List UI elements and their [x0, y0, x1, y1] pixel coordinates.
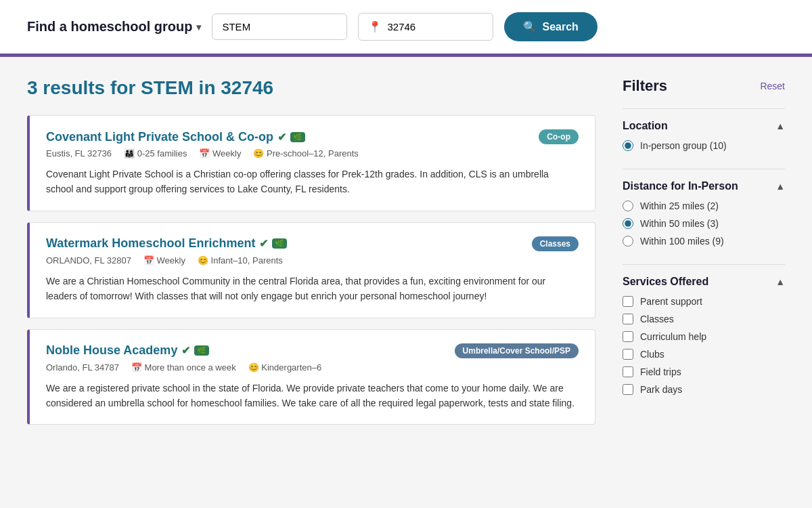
filter-chevron-icon: ▲	[775, 181, 785, 192]
card-meta: ORLANDO, FL 32807 📅 Weekly 😊 Infant–10, …	[46, 255, 579, 266]
filter-option-1-2[interactable]: Within 100 miles (9)	[623, 236, 785, 247]
verified-icon: ✔	[277, 131, 286, 144]
filter-groups: Location ▲ In-person group (10) Distance…	[623, 108, 785, 412]
filter-label-0-0: In-person group (10)	[640, 140, 727, 151]
filter-group-header-2[interactable]: Services Offered ▲	[623, 276, 785, 288]
search-button[interactable]: 🔍 Search	[504, 12, 597, 41]
families-meta: 👨‍👩‍👧 0-25 families	[124, 148, 187, 158]
filter-group-header-0[interactable]: Location ▲	[623, 120, 785, 132]
location-input[interactable]	[387, 21, 483, 33]
filter-label-2-1: Classes	[640, 314, 674, 324]
filter-option-2-1[interactable]: Classes	[623, 314, 785, 324]
green-leaf-icon: 🌿	[290, 132, 305, 142]
type-badge: Classes	[532, 236, 579, 251]
filter-label-1-2: Within 100 miles (9)	[640, 236, 724, 247]
filter-input-2-0[interactable]	[623, 296, 633, 307]
filter-input-2-3[interactable]	[623, 349, 633, 360]
location-meta: Eustis, FL 32736	[46, 148, 112, 158]
filter-group-2: Services Offered ▲ Parent supportClasses…	[623, 264, 785, 412]
verified-icon: ✔	[181, 344, 190, 357]
filter-label-2-2: Curriculum help	[640, 331, 706, 342]
filter-input-2-5[interactable]	[623, 384, 633, 395]
filter-input-2-2[interactable]	[623, 331, 633, 342]
ages-meta: 😊 Pre-school–12, Parents	[253, 148, 358, 158]
result-card[interactable]: Noble House Academy ✔ 🌿 Umbrella/Cover S…	[27, 329, 595, 425]
search-icon: 🔍	[523, 20, 537, 33]
filter-label-2-3: Clubs	[640, 349, 664, 360]
dropdown-chevron-icon: ▾	[196, 22, 201, 33]
result-card[interactable]: Covenant Light Private School & Co-op ✔ …	[27, 115, 595, 211]
location-pin-icon: 📍	[368, 20, 382, 33]
card-header: Noble House Academy ✔ 🌿 Umbrella/Cover S…	[46, 343, 579, 358]
filter-group-1: Distance for In-Person ▲ Within 25 miles…	[623, 169, 785, 264]
filter-input-2-1[interactable]	[623, 314, 633, 324]
find-group-dropdown[interactable]: Find a homeschool group ▾	[27, 19, 201, 35]
ages-meta: 😊 Kindergarten–6	[248, 362, 322, 373]
search-button-label: Search	[542, 21, 578, 33]
filters-header: Filters Reset	[623, 77, 785, 95]
reset-link[interactable]: Reset	[760, 81, 785, 91]
filter-option-1-0[interactable]: Within 25 miles (2)	[623, 200, 785, 211]
card-meta: Orlando, FL 34787 📅 More than once a wee…	[46, 362, 579, 373]
frequency-meta: 📅 More than once a week	[131, 362, 236, 373]
filters-section: Filters Reset Location ▲ In-person group…	[623, 77, 785, 436]
filter-input-2-4[interactable]	[623, 366, 633, 377]
type-badge: Umbrella/Cover School/PSP	[455, 343, 579, 358]
filter-option-2-5[interactable]: Park days	[623, 384, 785, 395]
verified-icon: ✔	[259, 237, 268, 250]
filter-label-2-4: Field trips	[640, 366, 681, 377]
card-header: Watermark Homeschool Enrichment ✔ 🌿 Clas…	[46, 236, 579, 251]
filter-option-1-1[interactable]: Within 50 miles (3)	[623, 218, 785, 229]
ages-meta: 😊 Infant–10, Parents	[198, 255, 283, 266]
main-content: 3 results for STEM in 32746 Covenant Lig…	[0, 57, 812, 456]
card-name: Watermark Homeschool Enrichment	[46, 236, 255, 251]
card-title: Noble House Academy ✔ 🌿	[46, 343, 209, 358]
filter-group-title: Location	[623, 120, 668, 132]
find-group-label: Find a homeschool group	[27, 19, 192, 35]
card-description: We are a Christian Homeschool Community …	[46, 274, 579, 304]
card-description: We are a registered private school in th…	[46, 381, 579, 411]
frequency-meta: 📅 Weekly	[143, 255, 185, 266]
filter-label-2-5: Park days	[640, 384, 682, 395]
filter-group-0: Location ▲ In-person group (10)	[623, 108, 785, 169]
green-leaf-icon: 🌿	[194, 345, 209, 356]
green-leaf-icon: 🌿	[272, 238, 287, 249]
location-meta: ORLANDO, FL 32807	[46, 255, 131, 266]
card-header: Covenant Light Private School & Co-op ✔ …	[46, 129, 579, 144]
frequency-meta: 📅 Weekly	[199, 148, 241, 158]
location-input-wrapper: 📍	[358, 13, 493, 41]
filter-chevron-icon: ▲	[775, 121, 785, 131]
card-name: Covenant Light Private School & Co-op	[46, 130, 273, 144]
filter-input-1-1[interactable]	[623, 218, 633, 229]
filter-chevron-icon: ▲	[775, 276, 785, 287]
filters-title: Filters	[623, 77, 667, 95]
card-description: Covenant Light Private School is a Chris…	[46, 167, 579, 197]
filter-option-2-0[interactable]: Parent support	[623, 296, 785, 307]
keyword-search-input[interactable]	[212, 14, 347, 40]
filter-group-title: Distance for In-Person	[623, 180, 738, 192]
filter-option-2-4[interactable]: Field trips	[623, 366, 785, 377]
type-badge: Co-op	[539, 129, 579, 144]
filter-option-2-2[interactable]: Curriculum help	[623, 331, 785, 342]
filter-input-1-0[interactable]	[623, 200, 633, 211]
card-meta: Eustis, FL 32736 👨‍👩‍👧 0-25 families 📅 W…	[46, 148, 579, 158]
filter-group-header-1[interactable]: Distance for In-Person ▲	[623, 180, 785, 192]
filter-input-0-0[interactable]	[623, 140, 633, 151]
filter-group-title: Services Offered	[623, 276, 708, 288]
filter-label-2-0: Parent support	[640, 296, 702, 307]
card-name: Noble House Academy	[46, 343, 177, 358]
card-title: Watermark Homeschool Enrichment ✔ 🌿	[46, 236, 287, 251]
results-section: 3 results for STEM in 32746 Covenant Lig…	[27, 77, 595, 436]
results-list: Covenant Light Private School & Co-op ✔ …	[27, 115, 595, 425]
results-heading: 3 results for STEM in 32746	[27, 77, 595, 99]
top-bar: Find a homeschool group ▾ 📍 🔍 Search	[0, 0, 812, 56]
filter-input-1-2[interactable]	[623, 236, 633, 247]
filter-label-1-1: Within 50 miles (3)	[640, 218, 719, 229]
card-title: Covenant Light Private School & Co-op ✔ …	[46, 130, 305, 144]
filter-label-1-0: Within 25 miles (2)	[640, 200, 719, 211]
filter-option-2-3[interactable]: Clubs	[623, 349, 785, 360]
location-meta: Orlando, FL 34787	[46, 362, 119, 373]
filter-option-0-0[interactable]: In-person group (10)	[623, 140, 785, 151]
result-card[interactable]: Watermark Homeschool Enrichment ✔ 🌿 Clas…	[27, 222, 595, 318]
